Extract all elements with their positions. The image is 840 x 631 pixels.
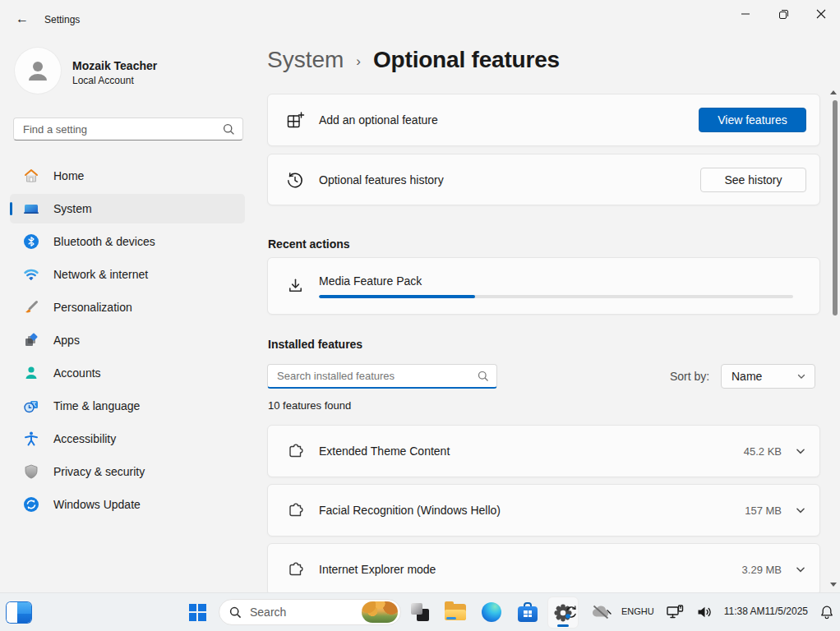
puzzle-icon	[284, 442, 306, 460]
sort-dropdown[interactable]: Name	[721, 364, 815, 389]
feature-name: Internet Explorer mode	[319, 563, 742, 576]
sidebar-nav: Home System Bluetooth & devices Network …	[10, 161, 245, 523]
bluetooth-icon	[23, 233, 39, 250]
add-feature-icon	[284, 110, 306, 130]
clock-language-icon	[23, 398, 39, 414]
puzzle-icon	[284, 560, 306, 578]
language-indicator[interactable]: ENG HU	[621, 606, 654, 618]
find-a-setting-input[interactable]	[14, 118, 242, 140]
sidebar-item-accounts[interactable]: Accounts	[10, 358, 245, 388]
search-highlight-image[interactable]	[362, 601, 398, 623]
system-icon	[23, 200, 39, 217]
features-history-card: Optional features history See history	[267, 154, 820, 205]
sidebar-item-personalization[interactable]: Personalization	[10, 292, 245, 322]
edge-button[interactable]	[478, 599, 505, 625]
widgets-button[interactable]	[7, 600, 41, 624]
restore-button[interactable]	[764, 0, 802, 28]
search-installed-box	[267, 364, 497, 389]
taskbar-search[interactable]: Search	[219, 599, 401, 625]
recent-action-card: Media Feature Pack	[267, 257, 820, 315]
breadcrumb-system[interactable]: System	[267, 47, 344, 73]
feature-row[interactable]: Facial Recognition (Windows Hello) 157 M…	[267, 484, 820, 537]
sidebar-item-label: Time & language	[53, 399, 140, 412]
sidebar-item-label: Personalization	[53, 301, 132, 314]
history-label: Optional features history	[319, 173, 700, 187]
add-feature-label: Add an optional feature	[319, 113, 699, 127]
view-features-button[interactable]: View features	[699, 108, 806, 132]
file-explorer-button[interactable]	[441, 599, 469, 625]
brush-icon	[23, 299, 39, 316]
chevron-down-icon[interactable]	[795, 445, 806, 457]
person-icon	[24, 57, 52, 85]
start-button[interactable]	[183, 599, 211, 625]
taskbar: Search	[0, 592, 840, 631]
sync-tray-icon[interactable]	[562, 603, 580, 621]
taskbar-app-button[interactable]	[406, 599, 434, 625]
sidebar-item-network-internet[interactable]: Network & internet	[10, 260, 245, 289]
recent-actions-heading: Recent actions	[268, 237, 350, 251]
progress-bar	[319, 295, 793, 298]
sort-value: Name	[732, 370, 762, 383]
feature-size: 157 MB	[745, 504, 782, 517]
find-a-setting-box	[13, 117, 243, 140]
sidebar-item-label: Windows Update	[53, 498, 141, 511]
search-installed-input[interactable]	[268, 365, 496, 387]
notifications-bell-icon[interactable]	[819, 604, 835, 620]
sidebar-item-label: Network & internet	[53, 268, 148, 281]
breadcrumb-separator-icon: ›	[356, 51, 361, 70]
feature-row[interactable]: Internet Explorer mode 3.29 MB	[267, 543, 820, 596]
sidebar-item-label: Bluetooth & devices	[53, 235, 155, 248]
feature-row[interactable]: Extended Theme Content 45.2 KB	[267, 425, 820, 477]
onedrive-paused-icon[interactable]	[591, 604, 611, 620]
sidebar-item-label: Privacy & security	[53, 465, 145, 478]
tray-date: 11/5/2025	[765, 606, 809, 619]
add-optional-feature-card: Add an optional feature View features	[267, 94, 820, 146]
sidebar-item-privacy-security[interactable]: Privacy & security	[10, 457, 245, 486]
network-tray-icon[interactable]	[665, 603, 685, 621]
system-tray: ENG HU 11:38 AM 11/5/2025	[562, 593, 835, 631]
chevron-down-icon	[796, 371, 806, 381]
sidebar-item-home[interactable]: Home	[10, 161, 245, 191]
recent-action-name: Media Feature Pack	[319, 274, 806, 288]
user-name: Mozaik Teacher	[72, 59, 157, 72]
wifi-icon	[23, 266, 39, 283]
see-history-button[interactable]: See history	[700, 168, 806, 192]
folder-icon	[445, 604, 466, 620]
feature-name: Extended Theme Content	[319, 444, 744, 458]
sidebar-item-accessibility[interactable]: Accessibility	[10, 424, 245, 454]
puzzle-icon	[284, 501, 306, 519]
language-primary: ENG	[621, 606, 641, 618]
clock-tray[interactable]: 11:38 AM 11/5/2025	[724, 606, 808, 619]
search-icon	[229, 606, 242, 619]
scroll-up-arrow[interactable]	[830, 90, 837, 94]
sidebar-item-bluetooth-devices[interactable]: Bluetooth & devices	[10, 227, 245, 256]
store-icon	[518, 602, 538, 622]
minimize-button[interactable]	[727, 0, 764, 28]
taskbar-search-label: Search	[250, 606, 353, 619]
chevron-down-icon[interactable]	[795, 504, 806, 516]
window-controls	[727, 0, 840, 28]
feature-name: Facial Recognition (Windows Hello)	[319, 504, 745, 517]
chevron-down-icon[interactable]	[795, 564, 806, 575]
close-button[interactable]	[802, 0, 840, 28]
sidebar-item-windows-update[interactable]: Windows Update	[10, 490, 245, 519]
restore-icon	[778, 9, 789, 20]
sidebar-item-apps[interactable]: Apps	[10, 325, 245, 355]
sidebar-item-time-language[interactable]: Time & language	[10, 391, 245, 421]
back-button[interactable]: ←	[7, 7, 38, 31]
features-count: 10 features found	[268, 399, 351, 412]
page-title: Optional features	[373, 47, 560, 73]
back-arrow-icon: ←	[16, 12, 29, 26]
windows-logo-icon	[189, 604, 206, 621]
installed-features-heading: Installed features	[268, 338, 362, 351]
progress-fill	[319, 295, 475, 298]
scrollbar-thumb[interactable]	[833, 100, 838, 316]
sidebar-item-system[interactable]: System	[10, 194, 245, 223]
search-icon	[478, 371, 489, 382]
scroll-down-arrow[interactable]	[830, 583, 837, 587]
sidebar-item-label: System	[53, 202, 92, 215]
avatar[interactable]	[15, 48, 61, 94]
volume-tray-icon[interactable]	[695, 603, 713, 621]
settings-window: ← Settings Mozaik Teacher Local Account	[0, 0, 840, 631]
store-button[interactable]	[514, 599, 542, 625]
